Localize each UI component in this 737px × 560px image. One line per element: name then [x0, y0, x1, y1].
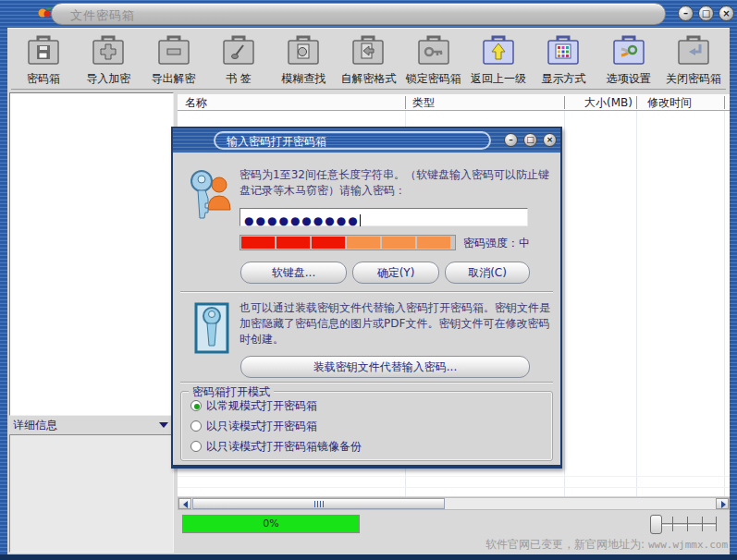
grid-line [564, 111, 565, 496]
app-window: 文件密码箱 – □ × 密码箱 导入加密 导出解密 书 签 模糊查找 自解密格式 [0, 0, 737, 560]
column-separator[interactable] [405, 96, 406, 109]
toolbar-button-export-decrypt[interactable]: 导出解密 [141, 31, 206, 89]
open-mode-group: 密码箱打开模式 以常规模式打开密码箱 以只读模式打开密码箱 以只读模式打开密码箱… [180, 391, 553, 461]
radio-readonly-mode[interactable]: 以只读模式打开密码箱 [190, 419, 317, 433]
toolbar-button-view-mode[interactable]: 显示方式 [531, 31, 596, 89]
window-title: 文件密码箱 [70, 7, 135, 24]
column-header-modified[interactable]: 修改时间 [647, 94, 692, 111]
grid-line [178, 487, 730, 488]
strength-segment [241, 237, 275, 249]
password-value: ●●●●●●●●●● [244, 214, 360, 227]
lock-box-icon [415, 33, 452, 70]
slider-tick [687, 517, 688, 531]
import-encrypt-icon [90, 33, 127, 70]
column-separator[interactable] [564, 96, 565, 109]
fuzzy-search-icon [285, 33, 322, 70]
toolbar-button-up-level[interactable]: 返回上一级 [466, 31, 531, 89]
toolbar-button-bookmark[interactable]: 书 签 [206, 31, 271, 89]
separator [180, 382, 553, 383]
toolbar-button-options[interactable]: 选项设置 [596, 31, 661, 89]
toolbar-label: 显示方式 [541, 71, 585, 87]
self-decrypt-format-icon [350, 33, 387, 70]
radio-label: 以只读模式打开密码箱 [206, 419, 317, 434]
toolbar-button-close-box[interactable]: 关闭密码箱 [661, 31, 726, 89]
toolbar-label: 模糊查找 [281, 71, 326, 87]
maximize-button[interactable]: □ [698, 6, 714, 21]
slider-tick [702, 517, 703, 531]
password-box-icon [25, 33, 62, 70]
strength-segment [417, 237, 450, 249]
minimize-button[interactable]: – [678, 6, 694, 21]
radio-normal-mode[interactable]: 以常规模式打开密码箱 [190, 398, 317, 413]
column-separator[interactable] [636, 96, 637, 109]
dialog-minimize-button[interactable]: – [504, 133, 518, 147]
view-mode-icon [545, 33, 582, 70]
toolbar-label: 导入加密 [86, 71, 130, 87]
thumb-grip [323, 501, 324, 507]
keyfile-info-text: 也可以通过装载密钥文件代替输入密码打开密码箱。密钥文件是加密隐藏了密码信息的图片… [240, 300, 550, 347]
chevron-down-icon[interactable] [159, 422, 168, 428]
toolbar-label: 自解密格式 [340, 71, 396, 87]
strength-label: 密码强度：中 [463, 236, 530, 251]
slider-tick [672, 517, 673, 531]
dialog-titlebar[interactable]: 输入密码打开密码箱 – □ × [173, 128, 560, 152]
toolbar-button-self-decrypt-format[interactable]: 自解密格式 [336, 31, 400, 89]
close-button[interactable]: × [719, 6, 734, 21]
details-info-bar[interactable]: 详细信息 [9, 417, 174, 433]
strength-segment [276, 237, 310, 249]
dialog-maximize-button[interactable]: □ [523, 133, 537, 147]
arrow-right-icon [721, 501, 726, 508]
grid-line [724, 111, 725, 496]
status-notice-text: 软件官网已变更，新官网地址为: [485, 538, 648, 551]
toolbar-button-import-encrypt[interactable]: 导入加密 [76, 31, 141, 89]
ok-button[interactable]: 确定(Y) [352, 262, 439, 284]
toolbar-label: 锁定密码箱 [406, 71, 461, 87]
column-header-name[interactable]: 名称 [185, 94, 207, 111]
strength-segment [382, 237, 415, 249]
scroll-left-button[interactable] [178, 498, 191, 509]
options-icon [610, 33, 647, 70]
zoom-slider[interactable] [650, 514, 719, 536]
window-bottom-frame [0, 554, 737, 560]
column-separator[interactable] [724, 96, 725, 109]
arrow-left-icon [183, 501, 188, 508]
strength-bar [240, 235, 456, 250]
thumb-grip [314, 501, 315, 507]
slider-thumb[interactable] [650, 515, 662, 534]
radio-button-icon[interactable] [190, 441, 202, 452]
column-header-size[interactable]: 大小(MB) [570, 94, 633, 111]
up-level-icon [480, 33, 517, 70]
scroll-right-button[interactable] [716, 498, 729, 509]
key-user-icon [188, 169, 232, 232]
toolbar-button-fuzzy-search[interactable]: 模糊查找 [271, 31, 336, 89]
status-notice: 软件官网已变更，新官网地址为: www.wjmmx.com [485, 537, 728, 553]
toolbar-button-password-box[interactable]: 密码箱 [11, 31, 76, 89]
radio-button-icon[interactable] [190, 400, 202, 411]
details-info-panel [9, 434, 174, 553]
grid-line [636, 111, 637, 496]
column-header-type[interactable]: 类型 [412, 94, 435, 111]
slider-track[interactable] [659, 523, 717, 526]
key-file-icon [194, 302, 229, 358]
scrollbar-thumb[interactable] [192, 498, 445, 509]
grid-line [178, 476, 730, 477]
radio-label: 以常规模式打开密码箱 [206, 398, 317, 414]
dialog-close-button[interactable]: × [543, 133, 557, 147]
toolbar-button-lock-box[interactable]: 锁定密码箱 [401, 31, 466, 89]
titlebar[interactable]: 文件密码箱 [51, 3, 666, 25]
radio-readonly-mirror-mode[interactable]: 以只读模式打开密码箱镜像备份 [190, 439, 362, 454]
dialog-body: 密码为1至32间任意长度字符串。（软键盘输入密码可以防止键盘记录等木马窃密）请输… [173, 152, 560, 465]
thumb-grip [320, 501, 321, 507]
horizontal-scrollbar[interactable] [178, 497, 730, 510]
bookmark-icon [220, 33, 257, 70]
load-keyfile-button[interactable]: 装载密钥文件代替输入密码... [240, 356, 530, 378]
soft-keyboard-button[interactable]: 软键盘... [240, 262, 347, 284]
folder-tree-panel[interactable] [9, 92, 174, 416]
radio-button-icon[interactable] [190, 420, 202, 432]
password-prompt: 密码为1至32间任意长度字符串。（软键盘输入密码可以防止键盘记录等木马窃密）请输… [240, 167, 552, 199]
strength-segment [347, 237, 380, 249]
password-input[interactable]: ●●●●●●●●●● [240, 208, 528, 226]
status-notice-url: www.wjmmx.com [648, 539, 728, 551]
cancel-button[interactable]: 取消(C) [445, 262, 530, 284]
toolbar-label: 书 签 [226, 71, 252, 87]
